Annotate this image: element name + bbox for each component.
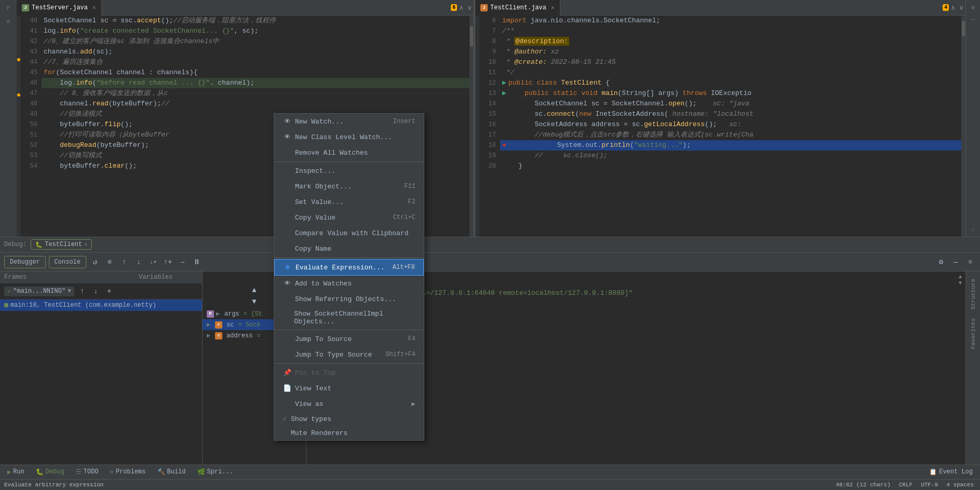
menu-inspect[interactable]: Inspect... — [274, 163, 424, 179]
vars-scroll-up[interactable]: ▲ — [249, 284, 260, 296]
right-warning-badge: 4 — [943, 4, 949, 11]
sep-2 — [274, 257, 424, 258]
left-scroll[interactable] — [469, 16, 474, 237]
spring-button[interactable]: 🌿 Spri... — [192, 466, 238, 478]
menu-set-value[interactable]: Set Value... F2 — [274, 194, 424, 210]
panel-more[interactable]: ≡ — [964, 256, 976, 268]
menu-copy-value[interactable]: Copy Value Ctrl+C — [274, 210, 424, 225]
menu-pin-top[interactable]: 📌 Pin to Top — [274, 365, 424, 380]
run-button[interactable]: ▶ Run — [2, 466, 30, 478]
minimize-icon[interactable]: — — [970, 14, 976, 24]
expand-12[interactable]: ▶ — [502, 78, 506, 88]
frame-down[interactable]: ↓ — [90, 285, 101, 297]
toolbar-step-over[interactable]: ↑ — [118, 256, 130, 268]
debug-button[interactable]: 🐛 Debug — [31, 466, 70, 478]
left-file-icon: J — [22, 4, 29, 11]
right-tab-close[interactable]: ✕ — [551, 4, 555, 11]
left-nav-up[interactable]: ∧ — [457, 4, 465, 12]
code-line-47: 47 // 8、接收客户端发送的数据，从c — [21, 88, 469, 99]
context-menu: 👁 New Watch... Insert 👁 New Class Level … — [274, 113, 424, 441]
right-line-13: 13 ▶ public static void main(String[] ar… — [479, 88, 961, 99]
right-scrollthumb — [962, 21, 965, 36]
structure-icon[interactable]: ≡ — [2, 16, 15, 28]
panel-settings[interactable]: ⚙ — [935, 256, 947, 268]
menu-jump-type[interactable]: Jump To Type Source Shift+F4 — [274, 347, 424, 362]
jump-source-icon — [283, 334, 292, 344]
menu-show-referring[interactable]: Show Referring Objects... — [274, 291, 424, 307]
thread-selector[interactable]: ✓ "main...NNING" ▼ — [4, 287, 74, 296]
right-debug-sidebar: Structure Favorites — [965, 271, 980, 465]
right-line-10: 10 * @create: 2022-08-15 21:45 — [479, 57, 961, 67]
right-tab-bar: J TestClient.java ✕ 4 ∧ ∨ — [475, 0, 965, 16]
menu-jump-source[interactable]: Jump To Source F4 — [274, 331, 424, 347]
detail-scroll-up[interactable]: ▲ — [957, 274, 963, 280]
toolbar-run-cursor[interactable]: → — [177, 256, 188, 268]
event-log-label: Event Log — [939, 468, 973, 475]
menu-compare-value[interactable]: Compare Value with Clipboard — [274, 225, 424, 241]
debug-session-tab[interactable]: 🐛 TestClient ✕ — [31, 239, 92, 250]
left-tab-active[interactable]: J TestServer.java ✕ — [17, 0, 102, 16]
right-tab-active[interactable]: J TestClient.java ✕ — [475, 0, 560, 16]
right-line-9: 9 * @author: xz — [479, 47, 961, 57]
left-tab-label: TestServer.java — [32, 4, 88, 11]
menu-add-to-watches[interactable]: 👁 Add to Watches — [274, 276, 424, 291]
menu-view-as[interactable]: View as ▶ — [274, 396, 424, 412]
toolbar-evaluate[interactable]: ⏸ — [191, 256, 203, 268]
build-label: Build — [167, 468, 186, 475]
panel-hide[interactable]: — — [950, 256, 961, 268]
menu-new-class-watch[interactable]: 👁 New Class Level Watch... — [274, 129, 424, 145]
check-icon: ✓ — [7, 288, 11, 295]
menu-view-text[interactable]: 📄 View Text — [274, 380, 424, 396]
sidebar-structure[interactable]: Structure — [968, 276, 978, 312]
code-line-43: 43 channels.add(sc); — [21, 47, 469, 57]
jump-type-icon — [283, 350, 292, 359]
menu-new-watch[interactable]: 👁 New Watch... Insert — [274, 114, 424, 129]
sidebar-favorites[interactable]: Favorites — [968, 315, 978, 352]
vars-scroll-down[interactable]: ▼ — [249, 296, 260, 307]
expand-sc: ▶ — [207, 321, 213, 329]
menu-evaluate-expression[interactable]: ⊞ Evaluate Expression... Alt+F8 — [274, 259, 424, 276]
todo-button[interactable]: ☰ TODO — [71, 466, 104, 478]
debugger-tab[interactable]: Debugger — [4, 256, 46, 268]
toolbar-restart[interactable]: ↺ — [89, 256, 101, 268]
expand-13[interactable]: ▶ — [502, 88, 506, 99]
right-code-editor[interactable]: 6 import java.nio.channels.SocketChannel… — [475, 16, 965, 237]
right-nav-down[interactable]: ∨ — [957, 4, 965, 12]
set-value-icon — [283, 197, 292, 207]
settings-icon[interactable]: ⚙ — [970, 2, 976, 13]
p-icon-args: P — [207, 310, 214, 318]
toolbar-step-into-lib[interactable]: ↓+ — [147, 256, 159, 268]
favorites-icon[interactable]: ☆ — [970, 224, 976, 235]
menu-show-socket[interactable]: Show SocketChannelImpl Objects... — [274, 307, 424, 329]
event-log-button[interactable]: 📋 Event Log — [924, 466, 978, 478]
problems-button[interactable]: ⊙ Problems — [105, 466, 151, 478]
view-as-icon — [283, 399, 292, 409]
right-line-6: 6 import java.nio.channels.SocketChannel… — [479, 16, 961, 26]
build-button[interactable]: 🔨 Build — [152, 466, 191, 478]
right-gutter — [475, 16, 479, 237]
right-line-7: 7 /** — [479, 26, 961, 36]
code-line-45: 45 for(SocketChannel channel : channels)… — [21, 67, 469, 78]
right-code-content: 6 import java.nio.channels.SocketChannel… — [479, 16, 961, 237]
charset: UTF-9 — [919, 482, 940, 488]
menu-mute-renderers[interactable]: Mute Renderers — [274, 426, 424, 440]
toolbar-settings[interactable]: ≡ — [104, 256, 115, 268]
session-close[interactable]: ✕ — [84, 241, 87, 248]
menu-show-types[interactable]: ✓ Show types — [274, 412, 424, 426]
console-tab[interactable]: Console — [49, 256, 86, 268]
left-tab-close[interactable]: ✕ — [92, 4, 96, 11]
frame-add[interactable]: + — [103, 285, 115, 297]
project-icon[interactable]: P — [2, 2, 15, 15]
toolbar-step-out[interactable]: ↑+ — [162, 256, 173, 268]
left-nav-down[interactable]: ∨ — [465, 4, 474, 12]
frame-up[interactable]: ↑ — [76, 285, 88, 297]
frame-item-0[interactable]: main:18, TestClient (com.example.netty) — [0, 300, 202, 311]
menu-mark-object[interactable]: Mark Object... F11 — [274, 179, 424, 194]
right-scroll[interactable] — [961, 16, 965, 237]
detail-scroll-down[interactable]: ▼ — [957, 280, 963, 286]
toolbar-step-into[interactable]: ↓ — [133, 256, 144, 268]
copy-value-icon — [283, 213, 292, 222]
menu-remove-all-watches[interactable]: Remove All Watches — [274, 145, 424, 160]
right-nav-up[interactable]: ∧ — [949, 4, 957, 12]
menu-copy-name[interactable]: Copy Name — [274, 241, 424, 256]
